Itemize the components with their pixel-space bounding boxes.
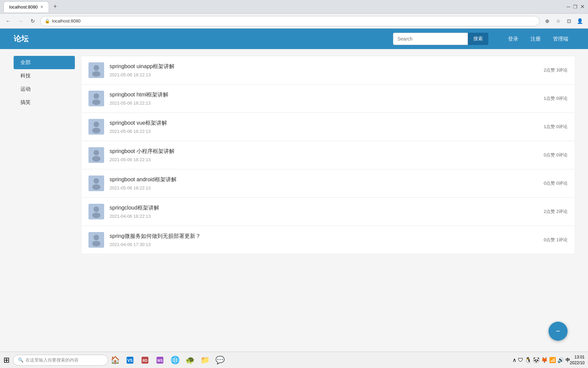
nav-login[interactable]: 登录 — [502, 29, 524, 49]
post-info: springcloud框架讲解2021-04-06 18:22:13 — [110, 204, 538, 219]
post-item[interactable]: springboot html框架讲解2021-05-06 18:22:131点… — [82, 85, 574, 113]
taskbar-search-icon: 🔍 — [18, 357, 23, 363]
header-nav: 登录 注册 管理端 — [502, 29, 574, 49]
search-button[interactable]: 搜索 — [468, 33, 488, 45]
back-btn[interactable]: ← — [3, 16, 13, 26]
post-item[interactable]: springboot 小程序框架讲解2021-05-06 18:22:130点赞… — [82, 141, 574, 169]
post-item[interactable]: springcloud框架讲解2021-04-06 18:22:132点赞 2评… — [82, 198, 574, 226]
post-date: 2021-05-06 18:22:13 — [110, 157, 538, 162]
extensions-btn[interactable]: ⊕ — [542, 16, 552, 26]
clock-time: 13:01 — [570, 354, 585, 360]
bookmark-btn[interactable]: ☆ — [553, 16, 563, 26]
svg-point-1 — [94, 65, 99, 71]
tray-expand[interactable]: ∧ — [512, 357, 517, 363]
post-date: 2021-05-06 18:22:13 — [110, 185, 538, 190]
new-tab-btn[interactable]: + — [50, 2, 60, 12]
taskbar-clock[interactable]: 13:01 2022/10 — [570, 354, 585, 366]
post-stats: 0点赞 0评论 — [544, 180, 568, 186]
svg-text:WS: WS — [157, 359, 163, 363]
svg-point-16 — [94, 206, 99, 212]
taskbar-app-3[interactable]: WS — [153, 353, 167, 367]
post-date: 2021-04-06 17:30:13 — [110, 242, 538, 247]
tray-app3[interactable]: 🦊 — [541, 357, 548, 363]
window-close[interactable]: ✕ — [580, 3, 585, 10]
post-item[interactable]: springboot android框架讲解2021-05-06 18:22:1… — [82, 169, 574, 198]
svg-point-4 — [94, 93, 99, 99]
sidebar-item-tech[interactable]: 科技 — [14, 69, 75, 82]
tray-wifi[interactable]: 📶 — [549, 357, 556, 363]
forward-btn[interactable]: → — [16, 16, 25, 26]
nav-register[interactable]: 注册 — [524, 29, 547, 49]
post-stats: 1点赞 0评论 — [544, 124, 568, 130]
post-title: springboot vue框架讲解 — [110, 120, 538, 127]
post-title: springboot 小程序框架讲解 — [110, 148, 538, 155]
svg-point-7 — [94, 122, 99, 127]
taskbar-app-vscode[interactable]: VS — [123, 353, 137, 367]
post-title: spring微服务如何做到无损部署更新？ — [110, 233, 538, 240]
tab-title: localhost:8080 — [9, 4, 38, 10]
window-restore[interactable]: ❐ — [573, 4, 577, 10]
avatar — [88, 175, 104, 191]
sidebar-item-all[interactable]: 全部 — [14, 56, 75, 69]
tray-app2[interactable]: 🐼 — [533, 357, 540, 363]
sidebar-item-funny[interactable]: 搞笑 — [14, 96, 75, 109]
fab-button[interactable]: − — [549, 322, 568, 341]
post-title: springboot uinapp框架讲解 — [110, 63, 538, 70]
avatar — [88, 62, 104, 78]
sidebar-item-sports[interactable]: 运动 — [14, 82, 75, 96]
tab-close-btn[interactable]: × — [40, 4, 43, 10]
post-stats: 0点赞 0评论 — [544, 152, 568, 158]
active-tab[interactable]: localhost:8080 × — [3, 1, 49, 12]
app-header: 论坛 搜索 登录 注册 管理端 — [0, 29, 588, 49]
post-stats: 0点赞 1评论 — [544, 237, 568, 243]
svg-point-5 — [92, 99, 100, 105]
svg-text:RD: RD — [143, 359, 147, 363]
post-info: springboot android框架讲解2021-05-06 18:22:1… — [110, 176, 538, 190]
taskbar-app-4[interactable]: 🐢 — [183, 353, 197, 367]
avatar — [88, 232, 104, 248]
post-info: springboot html框架讲解2021-05-06 18:22:13 — [110, 91, 538, 106]
taskbar-app-files[interactable]: 📁 — [198, 353, 212, 367]
profile-btn[interactable]: 👤 — [575, 16, 585, 26]
toolbar-actions: ⊕ ☆ ⊡ 👤 — [542, 16, 585, 26]
post-list: springboot uinapp框架讲解2021-05-06 18:22:13… — [82, 56, 574, 254]
taskbar: ⊞ 🔍 在这里输入你要搜索的内容 🏠 VS RD WS 🌐 🐢 📁 💬 ∧ 🛡 … — [0, 352, 588, 368]
post-stats: 2点赞 3评论 — [544, 67, 568, 73]
start-button[interactable]: ⊞ — [3, 356, 10, 365]
tray-app1[interactable]: 🐧 — [525, 357, 532, 363]
avatar — [88, 91, 104, 106]
taskbar-app-wechat[interactable]: 💬 — [213, 353, 227, 367]
post-date: 2021-05-06 18:22:13 — [110, 72, 538, 77]
post-item[interactable]: springboot vue框架讲解2021-05-06 18:22:131点赞… — [82, 113, 574, 141]
tray-lang[interactable]: 中 — [566, 357, 570, 363]
post-item[interactable]: springboot uinapp框架讲解2021-05-06 18:22:13… — [82, 56, 574, 85]
app-logo: 论坛 — [14, 34, 29, 44]
sidebar-btn[interactable]: ⊡ — [564, 16, 574, 26]
window-minimize[interactable]: ─ — [567, 4, 570, 10]
tray-volume[interactable]: 🔊 — [557, 357, 564, 363]
address-bar[interactable]: 🔒 localhost:8080 — [40, 16, 540, 26]
tray-icons: ∧ 🛡 🐧 🐼 🦊 📶 🔊 中 — [512, 357, 570, 363]
post-info: springboot 小程序框架讲解2021-05-06 18:22:13 — [110, 148, 538, 162]
taskbar-app-1[interactable]: 🏠 — [108, 353, 122, 367]
nav-admin[interactable]: 管理端 — [547, 29, 574, 49]
search-input[interactable] — [393, 33, 468, 45]
taskbar-search[interactable]: 🔍 在这里输入你要搜索的内容 — [13, 355, 108, 366]
taskbar-app-rider[interactable]: RD — [138, 353, 152, 367]
tray-shield[interactable]: 🛡 — [518, 357, 523, 363]
browser-chrome: localhost:8080 × + ─ ❐ ✕ — [0, 0, 588, 14]
taskbar-app-chrome[interactable]: 🌐 — [168, 353, 182, 367]
reload-btn[interactable]: ↻ — [28, 16, 37, 26]
svg-point-19 — [94, 235, 99, 240]
address-security-icon: 🔒 — [45, 18, 50, 24]
browser-toolbar: ← → ↻ 🔒 localhost:8080 ⊕ ☆ ⊡ 👤 — [0, 14, 588, 29]
post-title: springboot android框架讲解 — [110, 176, 538, 183]
search-form: 搜索 — [393, 33, 488, 45]
post-info: springboot vue框架讲解2021-05-06 18:22:13 — [110, 120, 538, 134]
avatar — [88, 119, 104, 135]
taskbar-search-text: 在这里输入你要搜索的内容 — [26, 357, 79, 363]
post-item[interactable]: spring微服务如何做到无损部署更新？2021-04-06 17:30:130… — [82, 226, 574, 254]
post-date: 2021-05-06 18:22:13 — [110, 101, 538, 106]
avatar — [88, 204, 104, 219]
taskbar-apps: 🏠 VS RD WS 🌐 🐢 📁 💬 — [108, 353, 512, 367]
